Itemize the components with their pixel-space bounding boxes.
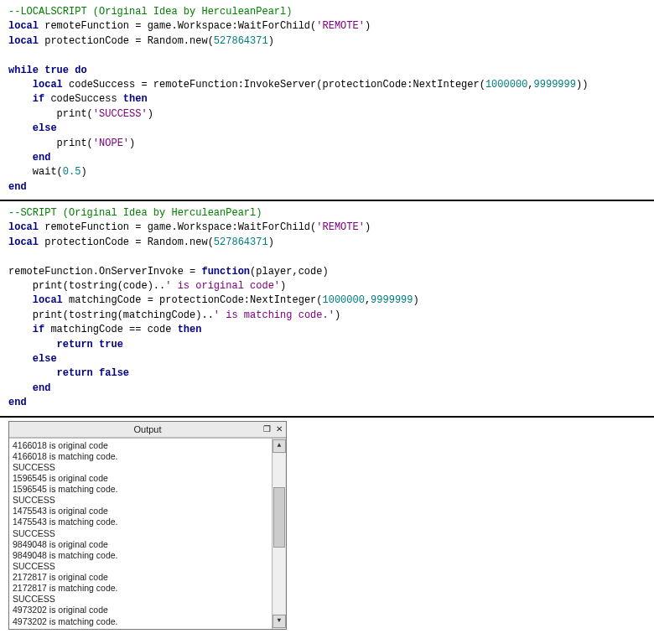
code-keyword: else [33, 122, 57, 134]
code-string: ' is matching code.' [214, 309, 335, 321]
code-text [93, 339, 99, 351]
code-keyword: local [33, 294, 63, 306]
code-number: 527864371 [214, 236, 268, 248]
code-keyword: return [57, 367, 93, 379]
code-text: protectionCode = Random.new( [39, 35, 214, 47]
code-keyword: end [8, 397, 27, 408]
code-text: codeSuccess [44, 93, 123, 105]
output-line: 2172817 is matching code. [13, 583, 268, 594]
code-punc: ) [365, 20, 371, 32]
separator [0, 416, 654, 418]
output-line: 4973202 is original code [13, 605, 268, 615]
code-number: 9999999 [371, 294, 413, 306]
output-line: 4973202 is matching code. [13, 616, 268, 627]
undock-icon[interactable]: ❐ [263, 424, 271, 434]
localscript-code-block: --LOCALSCRIPT (Original Idea by Herculea… [0, 0, 654, 200]
code-text [93, 367, 99, 379]
output-line: 4166018 is matching code. [13, 451, 268, 462]
code-text: matchingCode == code [44, 324, 177, 335]
output-line: SUCCESS [13, 594, 268, 605]
close-icon[interactable]: ✕ [276, 424, 283, 434]
code-number: 527864371 [214, 35, 268, 47]
code-text: codeSuccess = remoteFunction:InvokeServe… [63, 79, 485, 91]
output-line: 1475543 is matching code. [13, 517, 268, 527]
code-keyword: else [33, 353, 57, 365]
code-keyword: local [8, 35, 39, 47]
code-string: 'REMOTE' [316, 221, 365, 233]
output-line: 9849048 is original code [13, 539, 268, 550]
code-text: print( [57, 108, 93, 120]
code-keyword: if [33, 324, 44, 335]
code-text: remoteFunction = game.Workspace:WaitForC… [39, 20, 316, 32]
code-text: remoteFunction.OnServerInvoke = [8, 266, 201, 278]
script-code-block: --SCRIPT (Original Idea by HerculeanPear… [0, 201, 654, 415]
code-keyword: while [8, 65, 39, 76]
output-body: 4166018 is original code4166018 is match… [9, 439, 272, 629]
code-text: (player,code) [250, 266, 329, 278]
code-text: wait( [33, 166, 63, 178]
code-keyword: end [33, 382, 51, 394]
code-text: matchingCode = protectionCode:NextIntege… [63, 294, 323, 306]
code-keyword: then [123, 93, 148, 105]
code-text: print(tostring(matchingCode).. [33, 309, 214, 321]
output-line: SUCCESS [13, 561, 268, 572]
code-keyword: true [44, 65, 69, 76]
code-number: 9999999 [534, 79, 576, 91]
code-punc: ) [268, 236, 274, 248]
code-keyword: local [8, 221, 39, 233]
code-punc: )) [576, 79, 588, 91]
code-punc: , [527, 79, 533, 91]
output-line: 4166018 is original code [13, 440, 268, 451]
output-line: SUCCESS [13, 495, 268, 506]
output-line: 1596545 is matching code. [13, 484, 268, 495]
code-punc: ) [148, 108, 153, 120]
code-keyword: local [33, 79, 63, 91]
code-punc: ) [365, 221, 371, 233]
code-text: print( [57, 138, 93, 149]
output-window: Output ❐ ✕ 4166018 is original code41660… [8, 421, 287, 630]
code-text: remoteFunction = game.Workspace:WaitForC… [39, 221, 316, 233]
output-line: SUCCESS [13, 528, 268, 539]
code-keyword: return [57, 339, 93, 351]
output-titlebar: Output ❐ ✕ [9, 422, 286, 438]
code-number: 0.5 [63, 166, 81, 178]
output-line: 9849048 is matching code. [13, 550, 268, 561]
code-punc: ) [268, 35, 274, 47]
output-body-wrap: 4166018 is original code4166018 is match… [9, 438, 286, 629]
output-title-text: Output [9, 424, 286, 434]
code-keyword: local [8, 20, 39, 32]
code-keyword: if [33, 93, 44, 105]
code-punc: ) [280, 280, 286, 292]
code-keyword: true [99, 339, 123, 351]
code-punc: ) [129, 138, 135, 149]
code-comment: --SCRIPT (Original Idea by HerculeanPear… [8, 207, 262, 219]
code-string: 'REMOTE' [316, 20, 365, 32]
scroll-down-button[interactable]: ▼ [272, 615, 286, 628]
code-text: protectionCode = Random.new( [39, 236, 214, 248]
output-line: 1475543 is original code [13, 506, 268, 517]
code-keyword: end [33, 152, 51, 164]
scroll-track[interactable] [273, 454, 285, 614]
scroll-thumb[interactable] [273, 487, 285, 548]
code-number: 1000000 [485, 79, 527, 91]
code-string: ' is original code' [165, 280, 280, 292]
code-comment: --LOCALSCRIPT (Original Idea by Herculea… [8, 6, 292, 18]
code-keyword: function [201, 266, 250, 278]
code-string: 'SUCCESS' [93, 108, 148, 120]
output-scrollbar[interactable]: ▲ ▼ [272, 439, 286, 629]
code-string: 'NOPE' [93, 138, 129, 149]
output-line: 1596545 is original code [13, 473, 268, 484]
code-punc: ) [335, 309, 340, 321]
code-punc: ) [413, 294, 419, 306]
code-punc: ) [80, 166, 86, 178]
scroll-up-button[interactable]: ▲ [272, 439, 286, 453]
code-keyword: do [75, 65, 86, 76]
code-keyword: end [8, 181, 27, 193]
output-line: SUCCESS [13, 462, 268, 473]
output-panel-container: Output ❐ ✕ 4166018 is original code41660… [8, 421, 646, 630]
code-keyword: then [178, 324, 202, 335]
output-line: 2172817 is original code [13, 572, 268, 583]
code-number: 1000000 [322, 294, 364, 306]
code-keyword: false [99, 367, 129, 379]
code-text: print(tostring(code).. [33, 280, 165, 292]
